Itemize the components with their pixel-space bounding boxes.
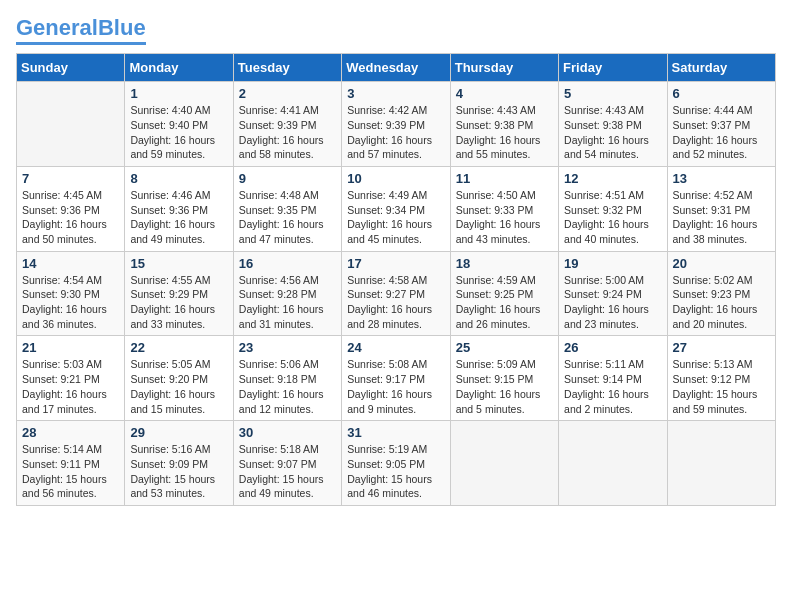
page-header: GeneralBlue xyxy=(16,16,776,45)
calendar-cell: 1Sunrise: 4:40 AMSunset: 9:40 PMDaylight… xyxy=(125,82,233,167)
calendar-body: 1Sunrise: 4:40 AMSunset: 9:40 PMDaylight… xyxy=(17,82,776,506)
day-number: 13 xyxy=(673,171,770,186)
calendar-week-row: 14Sunrise: 4:54 AMSunset: 9:30 PMDayligh… xyxy=(17,251,776,336)
calendar-cell: 27Sunrise: 5:13 AMSunset: 9:12 PMDayligh… xyxy=(667,336,775,421)
calendar-cell: 18Sunrise: 4:59 AMSunset: 9:25 PMDayligh… xyxy=(450,251,558,336)
day-info: Sunrise: 4:43 AMSunset: 9:38 PMDaylight:… xyxy=(564,103,661,162)
day-number: 19 xyxy=(564,256,661,271)
calendar-cell: 22Sunrise: 5:05 AMSunset: 9:20 PMDayligh… xyxy=(125,336,233,421)
calendar-cell: 5Sunrise: 4:43 AMSunset: 9:38 PMDaylight… xyxy=(559,82,667,167)
calendar-cell: 31Sunrise: 5:19 AMSunset: 9:05 PMDayligh… xyxy=(342,421,450,506)
calendar-cell xyxy=(559,421,667,506)
day-number: 7 xyxy=(22,171,119,186)
day-info: Sunrise: 5:02 AMSunset: 9:23 PMDaylight:… xyxy=(673,273,770,332)
day-number: 24 xyxy=(347,340,444,355)
calendar-cell: 8Sunrise: 4:46 AMSunset: 9:36 PMDaylight… xyxy=(125,166,233,251)
calendar-week-row: 7Sunrise: 4:45 AMSunset: 9:36 PMDaylight… xyxy=(17,166,776,251)
day-number: 29 xyxy=(130,425,227,440)
day-number: 16 xyxy=(239,256,336,271)
calendar-cell: 23Sunrise: 5:06 AMSunset: 9:18 PMDayligh… xyxy=(233,336,341,421)
day-number: 8 xyxy=(130,171,227,186)
calendar-cell: 16Sunrise: 4:56 AMSunset: 9:28 PMDayligh… xyxy=(233,251,341,336)
calendar-cell: 21Sunrise: 5:03 AMSunset: 9:21 PMDayligh… xyxy=(17,336,125,421)
day-info: Sunrise: 4:46 AMSunset: 9:36 PMDaylight:… xyxy=(130,188,227,247)
logo-general: General xyxy=(16,15,98,40)
logo-blue: Blue xyxy=(98,15,146,40)
calendar-cell xyxy=(450,421,558,506)
day-info: Sunrise: 5:05 AMSunset: 9:20 PMDaylight:… xyxy=(130,357,227,416)
calendar-header-row: SundayMondayTuesdayWednesdayThursdayFrid… xyxy=(17,54,776,82)
calendar-cell: 10Sunrise: 4:49 AMSunset: 9:34 PMDayligh… xyxy=(342,166,450,251)
day-number: 5 xyxy=(564,86,661,101)
day-number: 9 xyxy=(239,171,336,186)
day-info: Sunrise: 4:40 AMSunset: 9:40 PMDaylight:… xyxy=(130,103,227,162)
day-info: Sunrise: 5:00 AMSunset: 9:24 PMDaylight:… xyxy=(564,273,661,332)
logo-text: GeneralBlue xyxy=(16,16,146,40)
calendar-table: SundayMondayTuesdayWednesdayThursdayFrid… xyxy=(16,53,776,506)
day-number: 21 xyxy=(22,340,119,355)
calendar-cell: 20Sunrise: 5:02 AMSunset: 9:23 PMDayligh… xyxy=(667,251,775,336)
calendar-week-row: 28Sunrise: 5:14 AMSunset: 9:11 PMDayligh… xyxy=(17,421,776,506)
day-number: 18 xyxy=(456,256,553,271)
day-number: 4 xyxy=(456,86,553,101)
day-info: Sunrise: 5:14 AMSunset: 9:11 PMDaylight:… xyxy=(22,442,119,501)
day-info: Sunrise: 5:11 AMSunset: 9:14 PMDaylight:… xyxy=(564,357,661,416)
day-number: 12 xyxy=(564,171,661,186)
day-number: 15 xyxy=(130,256,227,271)
calendar-cell: 9Sunrise: 4:48 AMSunset: 9:35 PMDaylight… xyxy=(233,166,341,251)
weekday-header-thursday: Thursday xyxy=(450,54,558,82)
day-number: 22 xyxy=(130,340,227,355)
day-info: Sunrise: 4:54 AMSunset: 9:30 PMDaylight:… xyxy=(22,273,119,332)
day-info: Sunrise: 5:19 AMSunset: 9:05 PMDaylight:… xyxy=(347,442,444,501)
day-info: Sunrise: 4:41 AMSunset: 9:39 PMDaylight:… xyxy=(239,103,336,162)
calendar-cell xyxy=(17,82,125,167)
day-number: 2 xyxy=(239,86,336,101)
day-info: Sunrise: 4:42 AMSunset: 9:39 PMDaylight:… xyxy=(347,103,444,162)
day-number: 3 xyxy=(347,86,444,101)
calendar-cell: 19Sunrise: 5:00 AMSunset: 9:24 PMDayligh… xyxy=(559,251,667,336)
day-info: Sunrise: 5:09 AMSunset: 9:15 PMDaylight:… xyxy=(456,357,553,416)
calendar-cell: 28Sunrise: 5:14 AMSunset: 9:11 PMDayligh… xyxy=(17,421,125,506)
day-number: 20 xyxy=(673,256,770,271)
calendar-cell: 14Sunrise: 4:54 AMSunset: 9:30 PMDayligh… xyxy=(17,251,125,336)
day-number: 31 xyxy=(347,425,444,440)
day-info: Sunrise: 4:58 AMSunset: 9:27 PMDaylight:… xyxy=(347,273,444,332)
day-info: Sunrise: 5:08 AMSunset: 9:17 PMDaylight:… xyxy=(347,357,444,416)
day-info: Sunrise: 4:49 AMSunset: 9:34 PMDaylight:… xyxy=(347,188,444,247)
day-number: 14 xyxy=(22,256,119,271)
day-info: Sunrise: 4:45 AMSunset: 9:36 PMDaylight:… xyxy=(22,188,119,247)
day-info: Sunrise: 4:48 AMSunset: 9:35 PMDaylight:… xyxy=(239,188,336,247)
calendar-cell: 29Sunrise: 5:16 AMSunset: 9:09 PMDayligh… xyxy=(125,421,233,506)
calendar-week-row: 21Sunrise: 5:03 AMSunset: 9:21 PMDayligh… xyxy=(17,336,776,421)
calendar-cell: 13Sunrise: 4:52 AMSunset: 9:31 PMDayligh… xyxy=(667,166,775,251)
calendar-cell: 12Sunrise: 4:51 AMSunset: 9:32 PMDayligh… xyxy=(559,166,667,251)
calendar-cell: 30Sunrise: 5:18 AMSunset: 9:07 PMDayligh… xyxy=(233,421,341,506)
day-number: 6 xyxy=(673,86,770,101)
day-number: 30 xyxy=(239,425,336,440)
weekday-header-monday: Monday xyxy=(125,54,233,82)
day-info: Sunrise: 5:06 AMSunset: 9:18 PMDaylight:… xyxy=(239,357,336,416)
day-number: 25 xyxy=(456,340,553,355)
calendar-cell: 4Sunrise: 4:43 AMSunset: 9:38 PMDaylight… xyxy=(450,82,558,167)
day-info: Sunrise: 5:18 AMSunset: 9:07 PMDaylight:… xyxy=(239,442,336,501)
calendar-cell: 15Sunrise: 4:55 AMSunset: 9:29 PMDayligh… xyxy=(125,251,233,336)
day-number: 26 xyxy=(564,340,661,355)
day-info: Sunrise: 4:44 AMSunset: 9:37 PMDaylight:… xyxy=(673,103,770,162)
calendar-cell: 3Sunrise: 4:42 AMSunset: 9:39 PMDaylight… xyxy=(342,82,450,167)
weekday-header-sunday: Sunday xyxy=(17,54,125,82)
day-info: Sunrise: 4:51 AMSunset: 9:32 PMDaylight:… xyxy=(564,188,661,247)
day-number: 28 xyxy=(22,425,119,440)
weekday-header-tuesday: Tuesday xyxy=(233,54,341,82)
day-info: Sunrise: 5:13 AMSunset: 9:12 PMDaylight:… xyxy=(673,357,770,416)
weekday-header-friday: Friday xyxy=(559,54,667,82)
day-number: 17 xyxy=(347,256,444,271)
calendar-cell: 6Sunrise: 4:44 AMSunset: 9:37 PMDaylight… xyxy=(667,82,775,167)
day-number: 1 xyxy=(130,86,227,101)
day-number: 10 xyxy=(347,171,444,186)
day-info: Sunrise: 4:56 AMSunset: 9:28 PMDaylight:… xyxy=(239,273,336,332)
day-info: Sunrise: 4:52 AMSunset: 9:31 PMDaylight:… xyxy=(673,188,770,247)
day-info: Sunrise: 4:50 AMSunset: 9:33 PMDaylight:… xyxy=(456,188,553,247)
calendar-cell: 11Sunrise: 4:50 AMSunset: 9:33 PMDayligh… xyxy=(450,166,558,251)
calendar-cell: 25Sunrise: 5:09 AMSunset: 9:15 PMDayligh… xyxy=(450,336,558,421)
calendar-cell: 26Sunrise: 5:11 AMSunset: 9:14 PMDayligh… xyxy=(559,336,667,421)
